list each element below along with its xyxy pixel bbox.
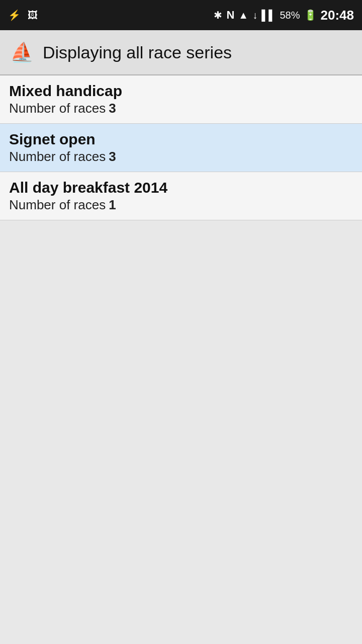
list-item-signet-open[interactable]: Signet openNumber of races3 xyxy=(0,124,362,172)
item-subtitle-signet-open: Number of races3 xyxy=(9,149,353,165)
app-bar-title: Displaying all race series xyxy=(43,43,232,62)
app-icon: ⛵ xyxy=(10,41,34,63)
signal-bars-icon: ▌▌ xyxy=(261,10,276,21)
race-series-list: Mixed handicapNumber of races3Signet ope… xyxy=(0,75,362,220)
status-time: 20:48 xyxy=(321,8,354,23)
battery-percentage: 58% xyxy=(280,10,300,21)
item-subtitle-mixed-handicap: Number of races3 xyxy=(9,101,353,116)
image-icon: 🖼 xyxy=(28,10,38,21)
usb-icon: ⚡ xyxy=(8,9,21,21)
item-title-mixed-handicap: Mixed handicap xyxy=(9,83,353,100)
battery-icon: 🔋 xyxy=(304,9,317,21)
item-title-all-day-breakfast: All day breakfast 2014 xyxy=(9,179,353,196)
status-left-icons: ⚡ 🖼 xyxy=(8,9,38,21)
n-icon: N xyxy=(226,9,234,22)
list-item-all-day-breakfast[interactable]: All day breakfast 2014Number of races1 xyxy=(0,172,362,220)
app-bar: ⛵ Displaying all race series xyxy=(0,30,362,75)
wifi-icon: ▲ xyxy=(238,10,248,21)
status-bar: ⚡ 🖼 ✱ N ▲ ↓ ▌▌ 58% 🔋 20:48 xyxy=(0,0,362,30)
bluetooth-icon: ✱ xyxy=(214,9,222,21)
item-title-signet-open: Signet open xyxy=(9,131,353,148)
item-subtitle-all-day-breakfast: Number of races1 xyxy=(9,197,353,213)
status-right-icons: ✱ N ▲ ↓ ▌▌ 58% 🔋 20:48 xyxy=(214,8,354,23)
list-item-mixed-handicap[interactable]: Mixed handicapNumber of races3 xyxy=(0,75,362,124)
network-signal-icon: ↓ xyxy=(252,10,257,21)
